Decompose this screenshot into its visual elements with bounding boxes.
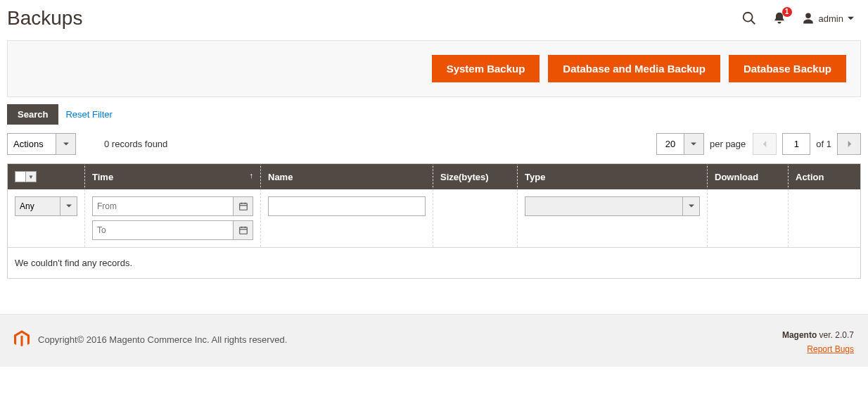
grid-container: Search Reset Filter Actions 0 records fo… <box>7 104 861 279</box>
pager: of 1 <box>753 133 861 155</box>
column-header-size[interactable]: Size(bytes) <box>433 164 518 190</box>
column-header-select[interactable]: ▼ <box>8 164 85 190</box>
grid-toolbar: Actions 0 records found per page <box>7 133 861 155</box>
filter-cell-type <box>518 189 708 248</box>
per-page-select-wrap <box>656 133 704 155</box>
page-footer: Copyright© 2016 Magento Commerce Inc. Al… <box>0 314 868 367</box>
per-page-toggle[interactable] <box>684 133 704 155</box>
filter-cell-download <box>708 189 789 248</box>
calendar-icon[interactable] <box>234 220 253 240</box>
filter-name-input[interactable] <box>268 196 426 216</box>
filter-select-any-toggle[interactable] <box>60 196 77 216</box>
filter-type-select[interactable] <box>525 196 683 216</box>
notification-badge: 1 <box>782 7 792 17</box>
chevron-down-icon <box>848 15 854 22</box>
select-all-toggle[interactable]: ▼ <box>25 171 37 182</box>
column-header-name[interactable]: Name <box>261 164 433 190</box>
search-icon[interactable] <box>741 11 757 26</box>
database-backup-button[interactable]: Database Backup <box>729 55 846 82</box>
per-page-input[interactable] <box>656 133 684 155</box>
pager-prev-button[interactable] <box>753 133 777 155</box>
magento-logo-icon <box>14 330 30 348</box>
page-actions-bar: System Backup Database and Media Backup … <box>7 40 861 97</box>
version-label: Magento ver. 2.0.7 <box>782 330 854 340</box>
backups-grid: ▼ Time ↑ Name Size(bytes) Type Download … <box>7 163 861 279</box>
reset-filter-link[interactable]: Reset Filter <box>65 109 112 120</box>
calendar-icon[interactable] <box>234 196 253 216</box>
svg-rect-6 <box>239 227 247 234</box>
chevron-down-icon <box>689 203 694 209</box>
sort-arrow-icon: ↑ <box>250 171 254 180</box>
filter-cell-time <box>85 189 261 248</box>
database-media-backup-button[interactable]: Database and Media Backup <box>548 55 720 82</box>
notifications-icon[interactable]: 1 <box>772 11 786 25</box>
per-page-label: per page <box>710 139 746 149</box>
pager-total-label: of 1 <box>816 139 831 149</box>
chevron-left-icon <box>762 141 768 147</box>
pager-next-button[interactable] <box>837 133 861 155</box>
page-header: Backups 1 admin <box>0 0 868 33</box>
filter-select-any[interactable]: Any <box>15 196 60 216</box>
header-tools: 1 admin <box>741 11 854 26</box>
filter-cell-name <box>261 189 433 248</box>
column-header-time[interactable]: Time ↑ <box>85 164 261 190</box>
search-button[interactable]: Search <box>7 104 58 125</box>
grid-header-row: ▼ Time ↑ Name Size(bytes) Type Download … <box>8 164 861 190</box>
svg-rect-2 <box>239 203 247 210</box>
grid-filter-row: Any <box>8 189 861 248</box>
mass-actions-toggle[interactable] <box>56 133 76 155</box>
footer-right: Magento ver. 2.0.7 Report Bugs <box>782 330 854 354</box>
column-header-action[interactable]: Action <box>789 164 861 190</box>
records-found-label: 0 records found <box>104 139 167 149</box>
svg-point-0 <box>743 13 752 22</box>
column-header-type[interactable]: Type <box>518 164 708 190</box>
column-header-download[interactable]: Download <box>708 164 789 190</box>
filter-time-from-input[interactable] <box>92 196 234 216</box>
chevron-right-icon <box>846 141 853 147</box>
select-all-checkbox[interactable] <box>15 171 26 182</box>
admin-account-menu[interactable]: admin <box>802 12 854 25</box>
filter-cell-action <box>789 189 861 248</box>
chevron-down-icon <box>691 141 696 147</box>
grid-top-controls: Search Reset Filter <box>7 104 861 125</box>
footer-left: Copyright© 2016 Magento Commerce Inc. Al… <box>14 330 287 348</box>
filter-type-toggle[interactable] <box>683 196 700 216</box>
copyright-text: Copyright© 2016 Magento Commerce Inc. Al… <box>38 334 287 345</box>
page-title: Backups <box>7 7 82 30</box>
per-page-control: per page <box>656 133 746 155</box>
pager-current-input[interactable] <box>782 133 810 155</box>
filter-cell-select: Any <box>8 189 85 248</box>
mass-actions-select[interactable]: Actions <box>7 133 76 155</box>
user-icon <box>802 12 815 25</box>
svg-line-1 <box>751 20 755 25</box>
grid-empty-row: We couldn't find any records. <box>8 248 861 279</box>
filter-cell-size <box>433 189 518 248</box>
chevron-down-icon <box>63 141 69 147</box>
admin-account-label: admin <box>819 13 843 24</box>
grid-empty-message: We couldn't find any records. <box>8 248 861 279</box>
toolbar-left: Actions 0 records found <box>7 133 167 155</box>
report-bugs-link[interactable]: Report Bugs <box>807 344 854 354</box>
toolbar-right: per page of 1 <box>656 133 861 155</box>
chevron-down-icon <box>66 203 72 209</box>
mass-actions-dropdown[interactable]: Actions <box>7 133 56 155</box>
filter-time-to-input[interactable] <box>92 220 234 240</box>
system-backup-button[interactable]: System Backup <box>432 55 540 82</box>
